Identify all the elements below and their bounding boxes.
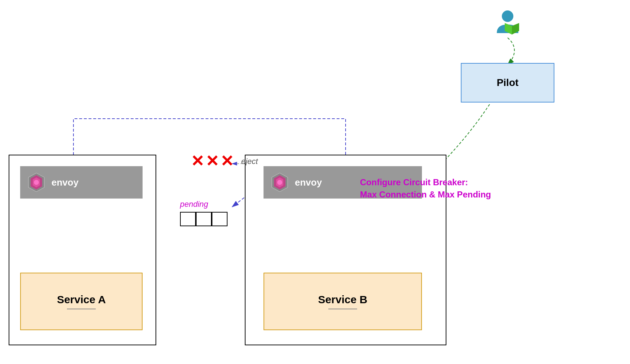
service-a-underline: [67, 309, 96, 309]
x-mark-1: ✕: [191, 153, 204, 169]
queue-cells: [180, 212, 228, 226]
x-marks: ✕ ✕ ✕: [191, 153, 234, 169]
envoy-a-box: envoy: [20, 166, 143, 199]
queue-cell-3: [212, 212, 228, 226]
queue-cell-2: [196, 212, 212, 226]
envoy-a-label: envoy: [51, 177, 78, 188]
x-mark-3: ✕: [220, 153, 234, 169]
pending-queue-area: pending: [180, 200, 228, 226]
pending-label: pending: [180, 200, 208, 209]
circuit-breaker-label: Configure Circuit Breaker: Max Connectio…: [360, 176, 491, 200]
pilot-label: Pilot: [497, 77, 519, 88]
service-a-box: Service A: [20, 273, 143, 330]
service-a-name: Service A: [57, 294, 106, 306]
envoy-b-label: envoy: [295, 177, 322, 188]
svg-point-3: [502, 10, 513, 22]
pilot-box: Pilot: [461, 63, 554, 103]
user-avatar-icon: [493, 7, 522, 36]
service-b-underline: [328, 309, 357, 309]
service-b-box: Service B: [264, 273, 422, 330]
x-mark-2: ✕: [206, 153, 219, 169]
service-b-name: Service B: [318, 294, 368, 306]
queue-cell-1: [180, 212, 196, 226]
envoy-logo-b: [269, 172, 291, 193]
green-user-to-pilot: [508, 38, 514, 65]
diagram-container: Pilot envoy Service A: [0, 0, 630, 364]
circuit-breaker-line2: Max Connection & Max Pending: [360, 190, 491, 199]
service-a-container: envoy Service A: [9, 155, 156, 345]
user-icon: [493, 7, 522, 36]
circuit-breaker-line1: Configure Circuit Breaker:: [360, 177, 468, 187]
svg-point-9: [34, 180, 39, 185]
eject-label: eject: [241, 157, 258, 166]
envoy-logo-a: [26, 172, 47, 193]
svg-point-13: [277, 180, 282, 185]
